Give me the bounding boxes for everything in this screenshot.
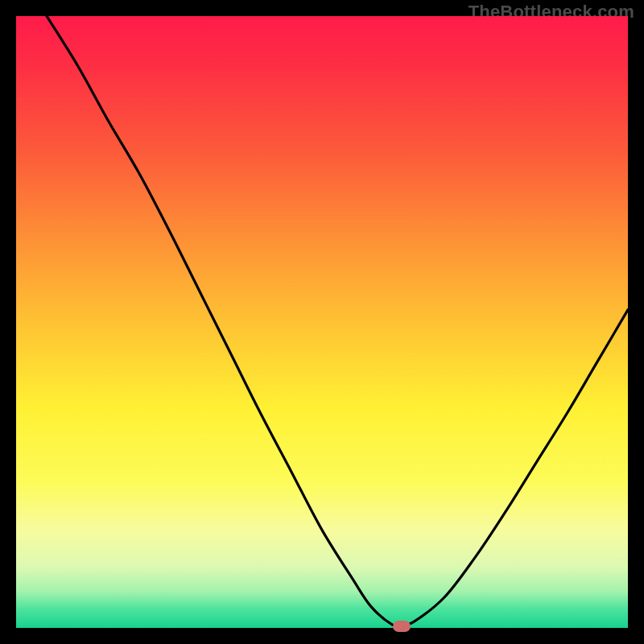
optimal-point-marker [393, 621, 411, 632]
chart-container: TheBottleneck.com [0, 0, 644, 644]
bottleneck-curve [16, 16, 628, 628]
plot-area [16, 16, 628, 628]
